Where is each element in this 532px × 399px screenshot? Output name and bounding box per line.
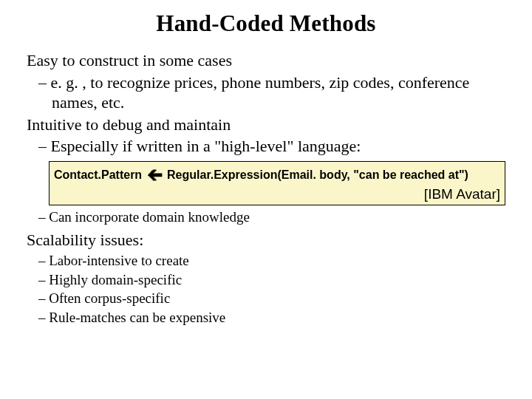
bullet-domain-knowledge: Can incorporate domain knowledge xyxy=(27,208,505,226)
code-example-box: Contact.Pattern 🡨 Regular.Expression(Ema… xyxy=(49,161,505,205)
bullet-domain-specific: Highly domain-specific xyxy=(27,271,505,289)
code-lhs: Contact.Pattern xyxy=(54,168,142,181)
bullet-easy-sub: e. g. , to recognize prices, phone numbe… xyxy=(27,72,505,113)
slide-title: Hand-Coded Methods xyxy=(27,10,505,37)
bullet-labor: Labor-intensive to create xyxy=(27,252,505,270)
slide: Hand-Coded Methods Easy to construct in … xyxy=(0,0,532,327)
bullet-easy: Easy to construct in some cases xyxy=(27,50,505,71)
bullet-intuitive-sub: Especially if written in a "high-level" … xyxy=(27,136,505,157)
bullet-corpus-specific: Often corpus-specific xyxy=(27,290,505,307)
attribution: [IBM Avatar] xyxy=(54,185,500,203)
bullet-scalability: Scalability issues: xyxy=(27,230,505,250)
code-rhs: Regular.Expression(Email. body, "can be … xyxy=(167,168,468,181)
bullet-expensive: Rule-matches can be expensive xyxy=(27,309,505,327)
slide-body: Easy to construct in some cases e. g. , … xyxy=(27,50,505,327)
bullet-intuitive: Intuitive to debug and maintain xyxy=(27,115,505,135)
left-arrow-icon: 🡨 xyxy=(146,166,164,183)
